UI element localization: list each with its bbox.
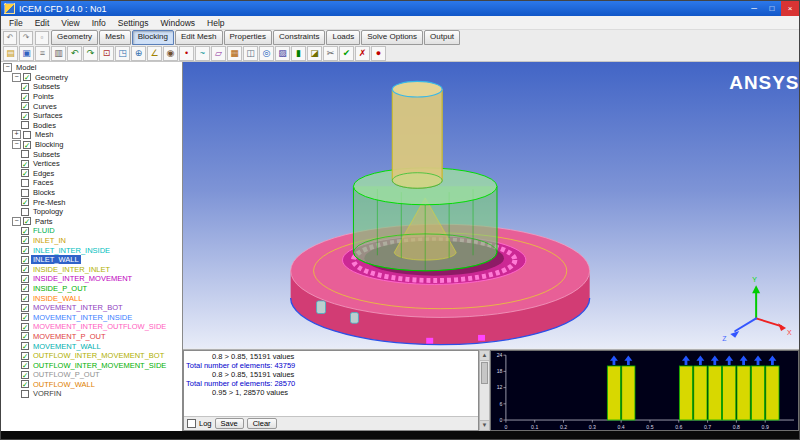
surface-icon[interactable]: ▱ xyxy=(211,46,226,61)
tab-solve-options[interactable]: Solve Options xyxy=(361,30,423,45)
tree-node-geometry-subsets[interactable]: ✓Subsets xyxy=(1,82,182,92)
fit-view-icon[interactable]: ⊡ xyxy=(99,46,114,61)
visibility-checkbox[interactable]: ✓ xyxy=(21,102,29,110)
expander-icon[interactable]: − xyxy=(3,63,12,72)
tree-node-part-movement-inter-bot[interactable]: ✓MOVEMENT_INTER_BOT xyxy=(1,303,182,313)
tree-node-mesh[interactable]: +Mesh xyxy=(1,130,182,140)
menu-item-edit[interactable]: Edit xyxy=(29,18,56,28)
expander-icon[interactable]: + xyxy=(12,130,21,139)
visibility-checkbox[interactable] xyxy=(21,121,29,129)
log-checkbox[interactable] xyxy=(187,419,196,428)
split-block-icon[interactable]: ◫ xyxy=(243,46,258,61)
curve-icon[interactable]: ~ xyxy=(195,46,210,61)
visibility-checkbox[interactable]: ✓ xyxy=(23,73,31,81)
visibility-checkbox[interactable]: ✓ xyxy=(21,371,29,379)
ogrid-icon[interactable]: ◎ xyxy=(259,46,274,61)
dismiss-icon[interactable]: ● xyxy=(371,46,386,61)
tree-node-pre-mesh[interactable]: ✓Pre-Mesh xyxy=(1,197,182,207)
visibility-checkbox[interactable]: ✓ xyxy=(21,275,29,283)
tab-properties[interactable]: Properties xyxy=(224,30,272,45)
menu-item-info[interactable]: Info xyxy=(86,18,112,28)
viewport-3d[interactable]: ANSYS Y X Z xyxy=(183,62,799,349)
visibility-checkbox[interactable]: ✓ xyxy=(21,246,29,254)
tree-node-part-inside-inter-movement[interactable]: ✓INSIDE_INTER_MOVEMENT xyxy=(1,274,182,284)
tree-node-part-outflow-inter-movement-side[interactable]: ✓OUTFLOW_INTER_MOVEMENT_SIDE xyxy=(1,360,182,370)
undo-icon[interactable]: ↶ xyxy=(67,46,82,61)
delete-icon[interactable]: ✗ xyxy=(355,46,370,61)
visibility-checkbox[interactable]: ✓ xyxy=(21,160,29,168)
tree-node-part-movement-inter-outflow-side[interactable]: ✓MOVEMENT_INTER_OUTFLOW_SIDE xyxy=(1,322,182,332)
tree-node-vertices[interactable]: ✓Vertices xyxy=(1,159,182,169)
tree-node-part-movement-p-out[interactable]: ✓MOVEMENT_P_OUT xyxy=(1,332,182,342)
tree-node-part-inside-p-out[interactable]: ✓INSIDE_P_OUT xyxy=(1,284,182,294)
tree-node-part-outflow-inter-movement-bot[interactable]: ✓OUTFLOW_INTER_MOVEMENT_BOT xyxy=(1,351,182,361)
tab-constraints[interactable]: Constraints xyxy=(273,30,325,45)
visibility-checkbox[interactable] xyxy=(21,179,29,187)
screenshot-icon[interactable]: ◉ xyxy=(163,46,178,61)
visibility-checkbox[interactable]: ✓ xyxy=(21,294,29,302)
tree-node-geometry[interactable]: −✓Geometry xyxy=(1,73,182,83)
title-bar[interactable]: ICEM CFD 14.0 : No1 ─ □ × xyxy=(1,1,799,16)
tab-output[interactable]: Output xyxy=(424,30,460,45)
minimize-button[interactable]: ─ xyxy=(745,1,763,16)
tree-node-blocking[interactable]: −✓Blocking xyxy=(1,140,182,150)
point-icon[interactable]: • xyxy=(179,46,194,61)
scissors-icon[interactable]: ✂ xyxy=(323,46,338,61)
menu-item-help[interactable]: Help xyxy=(201,18,230,28)
tree-node-part-inside-inter-inlet[interactable]: ✓INSIDE_INTER_INLET xyxy=(1,264,182,274)
measure-icon[interactable]: ∠ xyxy=(147,46,162,61)
cut-plane-icon[interactable]: ◪ xyxy=(307,46,322,61)
tree-node-part-movement-wall[interactable]: ✓MOVEMENT_WALL xyxy=(1,341,182,351)
save-project-icon[interactable]: ▣ xyxy=(19,46,34,61)
tree-node-part-inlet-in[interactable]: ✓INLET_IN xyxy=(1,236,182,246)
expander-icon[interactable]: − xyxy=(12,217,21,226)
tab-mesh[interactable]: Mesh xyxy=(99,30,131,45)
apply-icon[interactable]: ✔ xyxy=(339,46,354,61)
visibility-checkbox[interactable]: ✓ xyxy=(21,380,29,388)
visibility-checkbox[interactable]: ✓ xyxy=(21,313,29,321)
visibility-checkbox[interactable]: ✓ xyxy=(21,352,29,360)
tab-loads[interactable]: Loads xyxy=(326,30,360,45)
visibility-checkbox[interactable]: ✓ xyxy=(21,342,29,350)
tab-geometry[interactable]: Geometry xyxy=(51,30,98,45)
menu-item-settings[interactable]: Settings xyxy=(112,18,155,28)
print-icon[interactable]: ▥ xyxy=(51,46,66,61)
clear-button[interactable]: Clear xyxy=(247,418,277,429)
tree-node-part-inside-wall[interactable]: ✓INSIDE_WALL xyxy=(1,293,182,303)
zoom-in-icon[interactable]: ⊕ xyxy=(131,46,146,61)
tree-node-part-vorfin[interactable]: VORFIN xyxy=(1,389,182,399)
tree-node-bodies[interactable]: Bodies xyxy=(1,121,182,131)
tree-node-points[interactable]: ✓Points xyxy=(1,92,182,102)
close-button[interactable]: × xyxy=(781,1,799,16)
dock-redo-icon[interactable]: ↷ xyxy=(19,31,33,45)
visibility-checkbox[interactable]: ✓ xyxy=(21,198,29,206)
visibility-checkbox[interactable] xyxy=(21,150,29,158)
create-block-icon[interactable]: ▦ xyxy=(227,46,242,61)
tab-edit-mesh[interactable]: Edit Mesh xyxy=(175,30,223,45)
visibility-checkbox[interactable]: ✓ xyxy=(21,93,29,101)
dock-pin-icon[interactable]: ▫ xyxy=(35,31,49,45)
visibility-checkbox[interactable]: ✓ xyxy=(21,323,29,331)
tree-node-edges[interactable]: ✓Edges xyxy=(1,169,182,179)
visibility-checkbox[interactable] xyxy=(21,208,29,216)
scroll-thumb[interactable] xyxy=(481,362,488,384)
maximize-button[interactable]: □ xyxy=(763,1,781,16)
visibility-checkbox[interactable]: ✓ xyxy=(21,304,29,312)
open-project-icon[interactable]: ▤ xyxy=(3,46,18,61)
scroll-down-icon[interactable]: ▼ xyxy=(480,420,489,430)
redo-icon[interactable]: ↷ xyxy=(83,46,98,61)
premesh-icon[interactable]: ▨ xyxy=(275,46,290,61)
dock-undo-icon[interactable]: ↶ xyxy=(3,31,17,45)
quality-histogram[interactable]: 0612182400.10.20.30.40.50.60.70.80.9 xyxy=(490,350,799,432)
tab-blocking[interactable]: Blocking xyxy=(132,30,174,45)
quality-icon[interactable]: ▮ xyxy=(291,46,306,61)
expander-icon[interactable]: − xyxy=(12,73,21,82)
visibility-checkbox[interactable]: ✓ xyxy=(21,169,29,177)
visibility-checkbox[interactable]: ✓ xyxy=(23,141,31,149)
tree-node-topology[interactable]: Topology xyxy=(1,207,182,217)
script-icon[interactable]: ≡ xyxy=(35,46,50,61)
visibility-checkbox[interactable] xyxy=(21,390,29,398)
visibility-checkbox[interactable]: ✓ xyxy=(21,361,29,369)
scroll-up-icon[interactable]: ▲ xyxy=(480,351,489,361)
tree-node-blocking-subsets[interactable]: Subsets xyxy=(1,149,182,159)
